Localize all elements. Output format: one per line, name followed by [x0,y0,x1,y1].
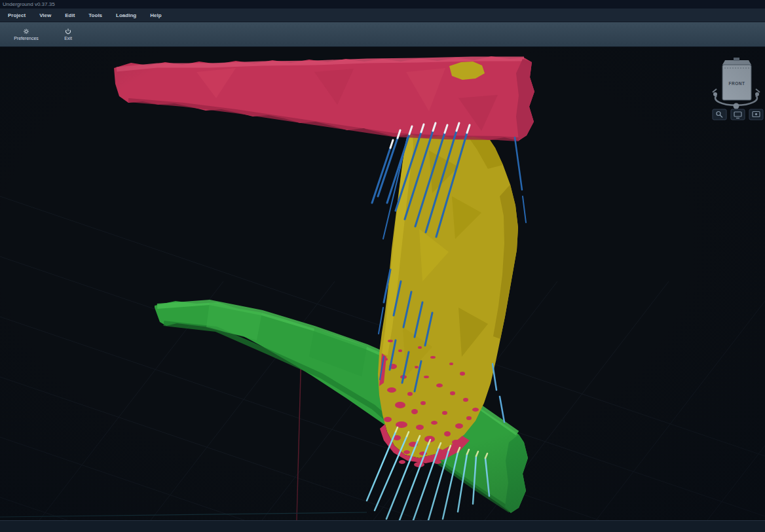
menu-view[interactable]: View [39,12,51,18]
preferences-label: Preferences [14,36,39,41]
menu-project[interactable]: Project [8,12,26,18]
menu-help[interactable]: Help [150,12,161,18]
exit-label: Exit [64,36,72,41]
menu-tools[interactable]: Tools [88,12,102,18]
power-icon [65,28,71,35]
application-window: Underground v0.37.35 Project View Edit T… [0,0,765,532]
menu-edit[interactable]: Edit [65,12,75,18]
zoom-extents-button[interactable] [713,109,726,120]
viewport-3d[interactable]: FRONT [0,47,765,520]
menu-loading[interactable]: Loading [116,12,136,18]
preferences-button[interactable]: Preferences [8,27,45,42]
viewcube-front-label: FRONT [729,81,745,86]
fit-view-button[interactable] [731,109,745,120]
status-bar: x 0.00 y 1694812.40 z 2782.11 [0,520,765,532]
center-view-button[interactable] [749,109,763,120]
red-drive-mesh[interactable] [114,56,534,141]
main-toolbar: Preferences Exit [0,22,765,47]
exit-button[interactable]: Exit [50,27,86,42]
navigation-cube[interactable]: FRONT [713,58,760,109]
title-bar: Underground v0.37.35 [0,0,765,9]
menu-bar: Project View Edit Tools Loading Help [0,9,765,22]
window-title: Underground v0.37.35 [3,1,55,7]
view-control-buttons [713,109,763,120]
gear-icon [23,28,29,35]
